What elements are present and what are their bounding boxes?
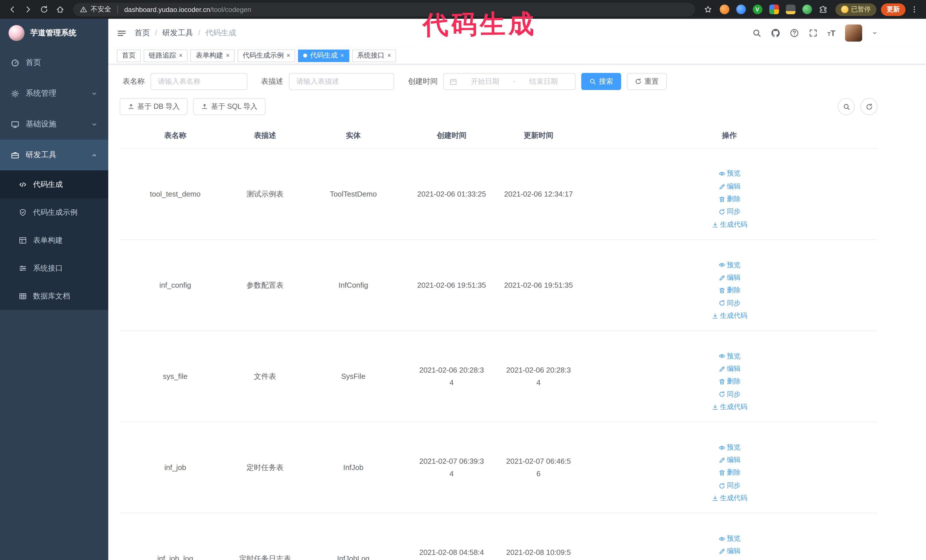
preview-link[interactable]: 预览 bbox=[718, 442, 740, 453]
extension-icon-leaf[interactable] bbox=[802, 5, 812, 14]
delete-link[interactable]: 删除 bbox=[718, 558, 740, 560]
sync-link[interactable]: 同步 bbox=[718, 298, 740, 309]
sync-link[interactable]: 同步 bbox=[718, 207, 740, 218]
cell-created: 2021-02-08 04:58:4 1 bbox=[407, 513, 496, 560]
refresh-icon bbox=[865, 103, 873, 110]
cell-actions: 预览 编辑 删除 同步 生成代码 bbox=[581, 422, 878, 513]
code-icon bbox=[19, 180, 27, 188]
github-icon[interactable] bbox=[771, 29, 780, 38]
browser-home-icon[interactable] bbox=[53, 2, 67, 17]
breadcrumb-dev-tools[interactable]: 研发工具 bbox=[162, 28, 206, 38]
fullscreen-icon[interactable] bbox=[809, 29, 818, 38]
tab[interactable]: 系统接口 × bbox=[352, 49, 396, 62]
sync-link[interactable]: 同步 bbox=[718, 480, 740, 491]
generate-code-link[interactable]: 生成代码 bbox=[711, 493, 747, 504]
help-icon[interactable] bbox=[790, 29, 799, 38]
sidebar-item-codegen-example[interactable]: 代码生成示例 bbox=[0, 198, 108, 226]
browser-forward-icon[interactable] bbox=[21, 2, 35, 17]
reset-button[interactable]: 重置 bbox=[627, 73, 667, 90]
preview-link[interactable]: 预览 bbox=[718, 351, 740, 362]
address-divider bbox=[117, 6, 118, 13]
sidebar-item-home[interactable]: 首页 bbox=[0, 47, 108, 78]
edit-link[interactable]: 编辑 bbox=[718, 181, 740, 193]
extension-icon-green[interactable]: V bbox=[752, 5, 762, 14]
generate-code-link[interactable]: 生成代码 bbox=[711, 311, 747, 322]
tab[interactable]: 首页 bbox=[117, 49, 141, 62]
cell-actions: 预览 编辑 删除 同步 生成代码 bbox=[581, 331, 878, 422]
close-icon[interactable]: × bbox=[287, 53, 291, 59]
import-sql-button[interactable]: 基于 SQL 导入 bbox=[194, 98, 266, 115]
sidebar-item-form-builder[interactable]: 表单构建 bbox=[0, 226, 108, 254]
hamburger-icon[interactable] bbox=[117, 28, 127, 38]
edit-link[interactable]: 编辑 bbox=[718, 272, 740, 284]
browser-reload-icon[interactable] bbox=[36, 2, 51, 17]
avatar-caret-down-icon[interactable] bbox=[872, 30, 878, 36]
app-window: 芋道管理系统 首页 系统管理 基础设施 研发工具 bbox=[0, 19, 926, 560]
preview-link[interactable]: 预览 bbox=[718, 533, 740, 545]
preview-link[interactable]: 预览 bbox=[718, 260, 740, 271]
upload-icon bbox=[128, 103, 135, 110]
breadcrumb: 首页 研发工具 代码生成 bbox=[135, 28, 236, 38]
tab[interactable]: 表单构建 × bbox=[191, 49, 235, 62]
header-search-icon[interactable] bbox=[752, 29, 761, 38]
sliders-icon bbox=[19, 264, 27, 272]
extension-icon-blue[interactable] bbox=[736, 5, 746, 14]
table-desc-label: 表描述 bbox=[261, 76, 283, 87]
close-icon[interactable]: × bbox=[340, 53, 344, 59]
sidebar-item-db-doc[interactable]: 数据库文档 bbox=[0, 282, 108, 310]
sidebar-item-system-management[interactable]: 系统管理 bbox=[0, 78, 108, 109]
date-range-picker[interactable]: 开始日期 - 结束日期 bbox=[443, 73, 575, 90]
delete-link[interactable]: 删除 bbox=[718, 468, 740, 479]
address-bar[interactable]: 不安全 dashboard.yudao.iocoder.cn/tool/code… bbox=[73, 3, 695, 16]
extension-icon-multicolor[interactable] bbox=[769, 5, 779, 14]
sidebar-item-codegen[interactable]: 代码生成 bbox=[0, 171, 108, 198]
generate-code-link[interactable]: 生成代码 bbox=[711, 402, 747, 413]
cell-entity: ToolTestDemo bbox=[299, 148, 407, 240]
extension-icon-orange[interactable] bbox=[719, 5, 729, 14]
close-icon[interactable]: × bbox=[226, 53, 230, 59]
sidebar-item-system-api[interactable]: 系统接口 bbox=[0, 254, 108, 282]
eye-icon bbox=[718, 262, 725, 269]
breadcrumb-home[interactable]: 首页 bbox=[135, 28, 162, 38]
update-button[interactable]: 更新 bbox=[881, 3, 905, 16]
app-logo[interactable]: 芋道管理系统 bbox=[0, 19, 108, 47]
import-db-button[interactable]: 基于 DB 导入 bbox=[120, 98, 188, 115]
table-row: inf_config 参数配置表 InfConfig 2021-02-06 19… bbox=[120, 240, 878, 331]
edit-link[interactable]: 编辑 bbox=[718, 364, 740, 375]
refresh-table-button[interactable] bbox=[861, 98, 878, 115]
cell-table-name: inf_job bbox=[120, 422, 231, 513]
bookmark-star-icon[interactable] bbox=[701, 2, 716, 17]
delete-link[interactable]: 删除 bbox=[718, 376, 740, 388]
tab[interactable]: 链路追踪 × bbox=[144, 49, 188, 62]
browser-back-icon[interactable] bbox=[5, 2, 20, 17]
trash-icon bbox=[718, 196, 725, 203]
extensions-puzzle-icon[interactable] bbox=[816, 2, 831, 17]
delete-link[interactable]: 删除 bbox=[718, 194, 740, 205]
cell-entity: SysFile bbox=[299, 331, 407, 422]
table-desc-input[interactable] bbox=[289, 73, 394, 90]
chevron-up-icon bbox=[91, 152, 97, 158]
paused-badge[interactable]: 已暂停 bbox=[835, 3, 876, 16]
generate-code-link[interactable]: 生成代码 bbox=[711, 219, 747, 231]
toggle-search-button[interactable] bbox=[838, 98, 855, 115]
extension-icon-dark[interactable] bbox=[785, 5, 795, 14]
browser-menu-icon[interactable] bbox=[906, 2, 921, 17]
search-button[interactable]: 搜索 bbox=[581, 73, 621, 90]
tab[interactable]: 代码生成 × bbox=[298, 49, 349, 62]
close-icon[interactable]: × bbox=[179, 53, 183, 59]
topbar: 首页 研发工具 代码生成 TT bbox=[108, 19, 926, 47]
user-avatar[interactable] bbox=[845, 24, 862, 42]
edit-link[interactable]: 编辑 bbox=[718, 546, 740, 557]
preview-link[interactable]: 预览 bbox=[718, 168, 740, 180]
tab-label: 表单构建 bbox=[196, 51, 223, 60]
table-name-input[interactable] bbox=[150, 73, 247, 90]
edit-link[interactable]: 编辑 bbox=[718, 454, 740, 466]
sync-link[interactable]: 同步 bbox=[718, 389, 740, 400]
font-size-icon[interactable]: TT bbox=[828, 29, 835, 37]
sidebar-item-dev-tools[interactable]: 研发工具 bbox=[0, 140, 108, 171]
close-icon[interactable]: × bbox=[387, 53, 391, 59]
table-name-label: 表名称 bbox=[123, 76, 145, 87]
sidebar-item-infrastructure[interactable]: 基础设施 bbox=[0, 109, 108, 140]
delete-link[interactable]: 删除 bbox=[718, 285, 740, 296]
tab[interactable]: 代码生成示例 × bbox=[238, 49, 295, 62]
